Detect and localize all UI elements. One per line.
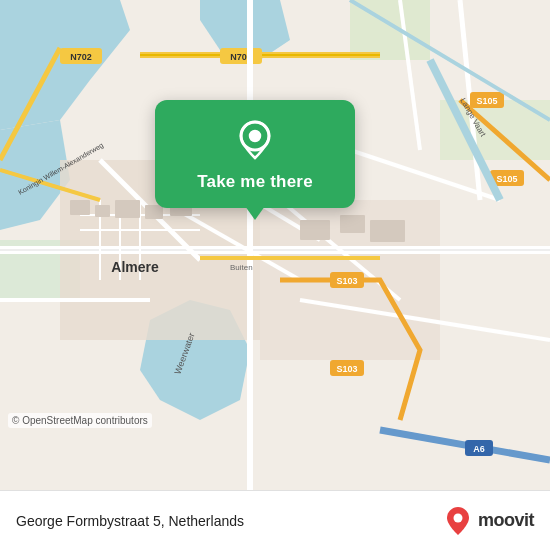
- svg-text:S105: S105: [496, 174, 517, 184]
- moovit-wordmark: moovit: [478, 510, 534, 531]
- svg-text:S103: S103: [336, 276, 357, 286]
- svg-rect-36: [340, 215, 365, 233]
- svg-rect-35: [300, 220, 330, 240]
- svg-text:Buiten: Buiten: [230, 263, 253, 272]
- svg-rect-31: [95, 205, 110, 217]
- moovit-icon: [442, 505, 474, 537]
- svg-text:Almere: Almere: [111, 259, 159, 275]
- svg-rect-30: [70, 200, 90, 215]
- take-me-there-callout[interactable]: Take me there: [155, 100, 355, 208]
- moovit-logo: moovit: [442, 505, 534, 537]
- svg-text:S105: S105: [476, 96, 497, 106]
- callout-label: Take me there: [197, 172, 313, 192]
- location-pin-icon: [233, 118, 277, 162]
- copyright-text: © OpenStreetMap contributors: [8, 413, 152, 428]
- map-container: N702 N702 S103 S103 S105 S10: [0, 0, 550, 490]
- svg-rect-37: [370, 220, 405, 242]
- svg-point-41: [453, 513, 462, 522]
- svg-rect-33: [145, 205, 163, 219]
- bottom-bar: George Formbystraat 5, Netherlands moovi…: [0, 490, 550, 550]
- svg-rect-32: [115, 200, 140, 218]
- svg-text:S103: S103: [336, 364, 357, 374]
- address-text: George Formbystraat 5, Netherlands: [16, 513, 244, 529]
- svg-text:A6: A6: [473, 444, 485, 454]
- svg-text:N702: N702: [70, 52, 92, 62]
